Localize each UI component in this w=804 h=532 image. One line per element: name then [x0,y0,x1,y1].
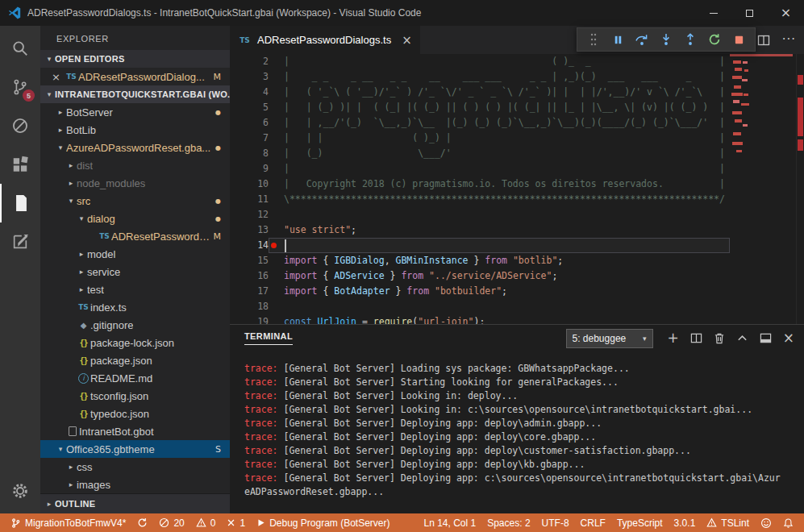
code-line-3[interactable]: 3| _ _ _ __ _ _ __ ___ ___ _ _ | ,_)(_) … [230,69,804,85]
tree-item-dialog[interactable]: ▾dialog● [40,210,230,227]
tree-item-images[interactable]: ▸images [40,476,230,493]
chevron-right-icon[interactable]: ▸ [65,463,77,471]
tree-item-tsconfig-json[interactable]: {}tsconfig.json [40,387,230,405]
status-errors[interactable]: 20 [153,513,190,532]
debug-pause-icon[interactable] [606,29,629,50]
chevron-right-icon[interactable]: ▸ [55,126,66,134]
status-ts-version[interactable]: 3.0.1 [669,513,702,532]
debug-step-into-icon[interactable] [655,29,677,50]
tree-item-index-ts[interactable]: TSindex.ts [40,298,230,316]
code-line-14[interactable]: 14 [230,238,804,253]
status-feedback[interactable] [755,513,777,532]
code-line-10[interactable]: 10| Copyright 2018 (c) pragmatismo.io. T… [230,177,804,192]
close-icon[interactable]: × [783,331,794,345]
tree-item-src[interactable]: ▾src● [40,192,230,210]
terminal-output[interactable]: trace: [General Bot Server] Loading sys … [230,351,804,513]
chevron-right-icon[interactable]: ▸ [65,161,77,169]
search-icon[interactable] [0,29,40,68]
code-line-13[interactable]: 13"use strict"; [230,222,804,238]
close-editor-icon[interactable]: × [52,71,65,83]
chevron-down-icon[interactable]: ▾ [65,197,77,205]
chevron-down-icon[interactable]: ▾ [76,214,87,222]
open-editors-header[interactable]: ▾ OPEN EDITOR​S [40,50,230,68]
split-terminal-icon[interactable] [690,332,702,344]
code-line-19[interactable]: 19const UrlJoin = require("url-join"); [230,314,804,324]
chevron-down-icon[interactable]: ▾ [55,445,66,453]
tree-item-office365-gbtheme[interactable]: ▾Office365.gbthemeS [40,440,230,458]
split-editor-icon[interactable] [757,34,770,47]
tab-terminal[interactable]: TERMINAL [244,331,293,345]
code-line-18[interactable]: 18 [230,299,804,314]
tree-item-botlib[interactable]: ▸BotLib [40,121,230,139]
status-language[interactable]: TypeScript [611,513,669,532]
status-extra-count[interactable]: 1 [221,513,251,532]
code-line-15[interactable]: 15import { IGBDialog, GBMinInstance } fr… [230,253,804,268]
outline-header[interactable]: ▸ OUTLINE [40,493,230,513]
tree-item-dist[interactable]: ▸dist [40,156,230,174]
tree-item-adresetpassworddial[interactable]: TSADResetPasswordDial...M [40,227,230,245]
tree-item-azureadpasswordreset-gba[interactable]: ▾AzureADPasswordReset.gba...● [40,139,230,156]
code-line-11[interactable]: 11\*************************************… [230,192,804,207]
status-encoding[interactable]: UTF-8 [536,513,575,532]
extensions-icon[interactable] [0,145,40,184]
code-line-12[interactable]: 12 [230,207,804,222]
trash-icon[interactable] [714,332,725,344]
chevron-right-icon[interactable]: ▸ [76,285,87,293]
docs-icon[interactable] [0,184,40,222]
chevron-right-icon[interactable]: ▸ [65,480,77,488]
terminal-picker-dropdown[interactable]: 5: debuggee ▾ [566,329,653,348]
close-window-button[interactable]: × [768,0,804,26]
tree-item-package-json[interactable]: {}package.json [40,351,230,369]
source-control-icon[interactable]: 5 [0,68,40,106]
code-line-2[interactable]: 2| ( )_ _ | [230,54,804,69]
tree-item-intranetbot-gbot[interactable]: IntranetBot.gbot [40,422,230,440]
chevron-right-icon[interactable]: ▸ [76,268,87,276]
plus-icon[interactable]: + [668,331,679,345]
status-warnings[interactable]: 0 [190,513,222,532]
code-line-9[interactable]: 9| | [230,161,804,177]
code-line-5[interactable]: 5| | (_) )| | ( (_| |( (_) || ( ) ( ) |(… [230,100,804,115]
debug-grip-icon[interactable] [582,29,605,50]
code-editor[interactable]: 2| ( )_ _ |3| _ _ _ __ _ _ __ ___ ___ _ … [230,54,804,324]
tree-item-gitignore[interactable]: ◆.gitignore [40,316,230,334]
chevron-down-icon[interactable]: ▾ [55,143,66,152]
debug-step-out-icon[interactable] [679,29,702,50]
tab-adresetpassworddialogs-ts[interactable]: TS ADResetPasswordDialogs.ts × [230,26,420,54]
chevron-right-icon[interactable]: ▸ [55,108,66,116]
tree-item-service[interactable]: ▸service [40,263,230,281]
tree-item-css[interactable]: ▸css [40,458,230,476]
code-line-4[interactable]: 4| ( '_`\ ( '__)/'_` ) /'_ `\/' _ ` _ `\… [230,85,804,100]
more-icon[interactable]: ··· [782,34,796,46]
status-indentation[interactable]: Spaces: 2 [481,513,535,532]
restore-panel-icon[interactable] [760,332,772,344]
status-debug-target[interactable]: Debug Program (BotServer) [251,513,395,532]
chevron-up-icon[interactable] [736,332,748,344]
maximize-button[interactable] [731,0,768,26]
compose-icon[interactable] [0,222,40,261]
chevron-right-icon[interactable]: ▸ [65,179,77,187]
code-line-16[interactable]: 16import { ADService } from "../service/… [230,268,804,284]
debug-step-over-icon[interactable] [631,29,653,50]
status-tslint[interactable]: TSLint [701,513,755,532]
tree-item-node-modules[interactable]: ▸node_modules [40,174,230,192]
code-line-17[interactable]: 17import { BotAdapter } from "botbuilder… [230,284,804,299]
minimap[interactable] [730,54,796,324]
tab-close-icon[interactable]: × [402,33,412,48]
debug-icon[interactable] [0,106,40,145]
workspace-header[interactable]: ▾ INTRANETBOTQUICKSTART.GBAI (WO... [40,85,230,103]
code-line-8[interactable]: 8| (_) \___/' | [230,146,804,161]
settings-gear-icon[interactable] [0,472,40,510]
status-sync[interactable] [131,513,153,532]
tree-item-readme-md[interactable]: iREADME.md [40,369,230,387]
tree-item-test[interactable]: ▸test [40,281,230,298]
status-eol[interactable]: CRLF [575,513,611,532]
minimize-button[interactable] [695,0,731,26]
code-line-6[interactable]: 6| | ,__/'(_) `\__,_)`\__ |(_) (_) (_)`\… [230,115,804,131]
tree-item-package-lock-json[interactable]: {}package-lock.json [40,334,230,351]
tree-item-botserver[interactable]: ▸BotServer● [40,103,230,121]
chevron-right-icon[interactable]: ▸ [76,250,87,258]
debug-restart-icon[interactable] [703,29,726,50]
status-cursor-position[interactable]: Ln 14, Col 1 [418,513,481,532]
debug-stop-icon[interactable] [727,29,750,50]
open-editor-item[interactable]: × TS ADResetPasswordDialog... M [40,68,230,85]
